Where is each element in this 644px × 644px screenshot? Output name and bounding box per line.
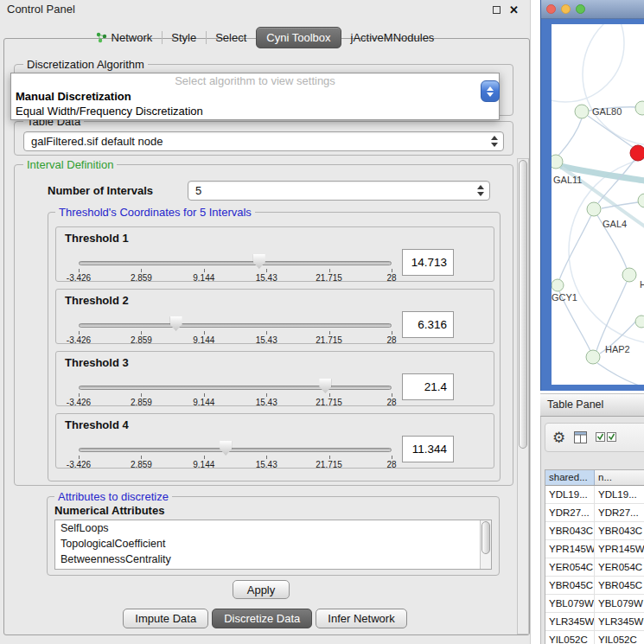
table-row[interactable]: YIL052CYIL052C bbox=[545, 631, 644, 644]
slider-thumb-icon[interactable] bbox=[170, 316, 182, 331]
group-title-attributes: Attributes to discretize bbox=[54, 490, 172, 503]
float-window-icon[interactable] bbox=[493, 6, 501, 14]
columns-icon[interactable] bbox=[574, 431, 587, 443]
table-row[interactable]: YPR145WYPR145W bbox=[545, 540, 644, 558]
panel-scrollbar[interactable] bbox=[517, 158, 529, 634]
table-row[interactable]: YBL079WYBL079W bbox=[545, 595, 644, 613]
network-canvas[interactable]: GAL80GAL11GAL4GCY1HAP2H bbox=[552, 24, 644, 385]
network-node-hap2[interactable] bbox=[586, 350, 600, 364]
table-cell: YER054C bbox=[595, 558, 644, 576]
list-scrollbar-thumb[interactable] bbox=[481, 521, 490, 554]
column-header-name[interactable]: n... bbox=[595, 470, 644, 485]
slider-thumb-icon[interactable] bbox=[319, 379, 331, 393]
gear-icon[interactable]: ⚙ bbox=[552, 430, 565, 445]
tab-label: Style bbox=[171, 28, 196, 48]
attribute-item-topologicalcoefficient[interactable]: TopologicalCoefficient bbox=[55, 536, 491, 552]
popup-option-manual-discretization[interactable]: Manual Discretization bbox=[11, 89, 499, 104]
threshold-slider[interactable] bbox=[79, 261, 392, 265]
threshold-value-field[interactable]: 6.316 bbox=[402, 311, 454, 338]
threshold-slider[interactable] bbox=[79, 323, 392, 328]
tab-label: Network bbox=[112, 28, 153, 48]
minimize-traffic-light-icon[interactable] bbox=[561, 4, 571, 14]
group-title-interval-definition: Interval Definition bbox=[23, 158, 117, 171]
tab-select[interactable]: Select bbox=[206, 27, 256, 48]
network-node-selected-red-node[interactable] bbox=[630, 145, 644, 161]
tab-jactivemnodules[interactable]: jActiveMNodules bbox=[341, 27, 444, 48]
slider-tick-label: 15.43 bbox=[256, 398, 277, 407]
apply-button[interactable]: Apply bbox=[233, 580, 290, 599]
combobox-value: 5 bbox=[188, 182, 489, 200]
slider-tick-label: 15.43 bbox=[256, 460, 277, 469]
network-node-gcy1[interactable] bbox=[552, 279, 564, 291]
table-cell: YLR345W bbox=[545, 613, 595, 630]
network-node-h-partial[interactable] bbox=[622, 268, 636, 282]
panel-scrollbar-thumb[interactable] bbox=[519, 160, 527, 449]
attributes-listbox[interactable]: SelfLoopsTopologicalCoefficientBetweenne… bbox=[54, 520, 492, 570]
slider-tick bbox=[141, 331, 142, 335]
list-scrollbar[interactable] bbox=[480, 520, 491, 569]
close-icon[interactable]: ✕ bbox=[509, 4, 519, 16]
threshold-panel: Threshold 2 -3.4262.8599.14415.4321.7152… bbox=[55, 289, 494, 344]
combobox-value: galFiltered.sif default node bbox=[24, 132, 503, 150]
tab-label: jActiveMNodules bbox=[351, 28, 435, 48]
network-node-edge-node-mid[interactable] bbox=[638, 194, 644, 207]
table-row[interactable]: YBR045CYBR045C bbox=[545, 577, 644, 595]
slider-tick bbox=[79, 393, 80, 397]
threshold-value-field[interactable]: 14.713 bbox=[402, 249, 454, 276]
network-node-gal80[interactable] bbox=[575, 105, 589, 118]
window-buttons: ✕ bbox=[493, 0, 519, 19]
network-node-edge-node-top[interactable] bbox=[635, 101, 644, 115]
table-cell: YDL19... bbox=[595, 486, 644, 503]
desktop: Control Panel ✕ NetworkStyleSelectCyni T… bbox=[0, 0, 644, 644]
attribute-item-selfloops[interactable]: SelfLoops bbox=[55, 520, 491, 536]
table-cell: YDR27... bbox=[545, 504, 595, 521]
table-row[interactable]: YDR27...YDR27... bbox=[545, 504, 644, 522]
bottom-tab-impute-data[interactable]: Impute Data bbox=[123, 609, 208, 628]
table-row[interactable]: YBR043CYBR043C bbox=[545, 522, 644, 540]
slider-tick bbox=[141, 456, 142, 459]
table-row[interactable]: YDL19...YDL19... bbox=[545, 486, 644, 504]
table-cell: YBR043C bbox=[595, 522, 644, 539]
combobox-stepper-button[interactable] bbox=[481, 80, 500, 102]
bottom-tab-discretize-data[interactable]: Discretize Data bbox=[212, 609, 312, 628]
slider-tick bbox=[266, 393, 267, 397]
table-panel-header: Table Panel bbox=[540, 393, 644, 417]
table-row[interactable]: YLR345WYLR345W bbox=[545, 613, 644, 631]
slider-tick bbox=[79, 456, 80, 459]
slider-tick bbox=[79, 331, 80, 335]
zoom-traffic-light-icon[interactable] bbox=[576, 4, 585, 14]
table-cell: YBR043C bbox=[545, 522, 595, 539]
table-row[interactable]: YER054CYER054C bbox=[545, 558, 644, 577]
threshold-slider[interactable] bbox=[79, 448, 392, 452]
threshold-slider[interactable] bbox=[79, 386, 392, 390]
slider-thumb-icon[interactable] bbox=[253, 254, 265, 269]
column-header-shared-name[interactable]: shared... bbox=[545, 470, 595, 485]
network-node-edge-node-low[interactable] bbox=[635, 316, 644, 328]
bottom-tab-infer-network[interactable]: Infer Network bbox=[316, 609, 406, 628]
slider-tick bbox=[141, 393, 142, 397]
popup-option-equal-width-frequency-discretization[interactable]: Equal Width/Frequency Discretization bbox=[11, 104, 499, 118]
tab-cyni-toolbox[interactable]: Cyni Toolbox bbox=[256, 27, 341, 48]
tab-network[interactable]: Network bbox=[86, 27, 163, 48]
slider-tick bbox=[266, 269, 267, 272]
table-cell: YLR345W bbox=[595, 613, 644, 630]
threshold-label: Threshold 4 bbox=[65, 418, 129, 431]
tab-style[interactable]: Style bbox=[162, 27, 206, 48]
network-node-gal11[interactable] bbox=[552, 155, 563, 169]
table-data-combobox[interactable]: galFiltered.sif default node bbox=[23, 131, 504, 151]
slider-tick-label: 9.144 bbox=[193, 335, 214, 345]
slider-thumb-icon[interactable] bbox=[220, 441, 232, 456]
popup-prompt: Select algorithm to view settings bbox=[11, 74, 499, 89]
attribute-item-betweennesscentrality[interactable]: BetweennessCentrality bbox=[55, 552, 491, 567]
network-node-gal4[interactable] bbox=[587, 202, 601, 216]
checkbox-grid-icon[interactable] bbox=[596, 432, 616, 443]
number-of-intervals-combobox[interactable]: 5 bbox=[188, 181, 490, 201]
threshold-value-field[interactable]: 21.4 bbox=[402, 373, 454, 400]
node-label: GAL11 bbox=[553, 175, 582, 185]
slider-tick bbox=[141, 269, 142, 272]
close-traffic-light-icon[interactable] bbox=[546, 4, 556, 14]
threshold-value-field[interactable]: 11.344 bbox=[402, 436, 454, 462]
attributes-list: SelfLoopsTopologicalCoefficientBetweenne… bbox=[55, 520, 491, 567]
slider-tick-label: -3.426 bbox=[67, 460, 91, 469]
slider-tick-labels: -3.4262.8599.14415.4321.71528 bbox=[79, 335, 392, 345]
